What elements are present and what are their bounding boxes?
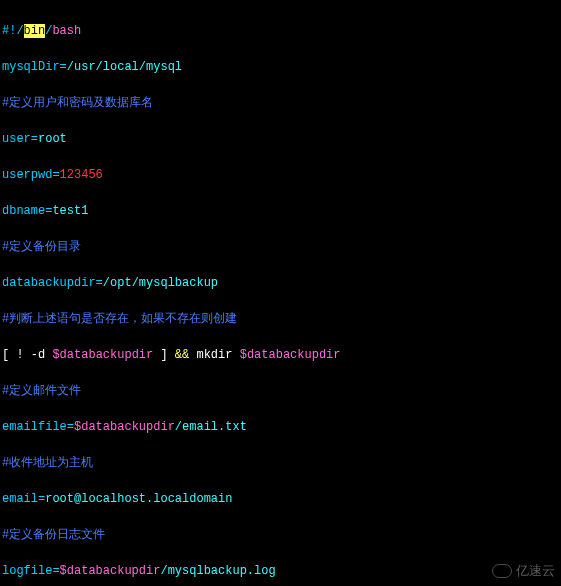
watermark: 亿速云 (492, 562, 555, 580)
var-value: 123456 (60, 168, 103, 182)
comment: #定义备份日志文件 (2, 528, 105, 542)
var-name: logfile= (2, 564, 60, 578)
comment: #收件地址为主机 (2, 456, 93, 470)
test-close: ] (153, 348, 175, 362)
var-value: root (38, 132, 67, 146)
code-line: email=root@localhost.localdomain (2, 490, 559, 508)
var-ref: $databackupdir (74, 420, 175, 434)
var-ref: $databackupdir (52, 348, 153, 362)
var-name: user= (2, 132, 38, 146)
code-line: #!/bin/bash (2, 22, 559, 40)
shebang-bash: bash (52, 24, 81, 38)
var-value: test1 (52, 204, 88, 218)
comment-line: #定义邮件文件 (2, 382, 559, 400)
comment-line: #定义备份目录 (2, 238, 559, 256)
code-line: databackupdir=/opt/mysqlbackup (2, 274, 559, 292)
comment-line: #判断上述语句是否存在，如果不存在则创建 (2, 310, 559, 328)
comment: #定义备份目录 (2, 240, 81, 254)
code-line: user=root (2, 130, 559, 148)
shebang-bin: bin (24, 24, 46, 38)
var-name: email= (2, 492, 45, 506)
command: mkdir (189, 348, 239, 362)
code-line: mysqlDir=/usr/local/mysql (2, 58, 559, 76)
comment: #定义用户和密码及数据库名 (2, 96, 153, 110)
watermark-text: 亿速云 (516, 562, 555, 580)
test-open: [ ! -d (2, 348, 52, 362)
terminal-output: #!/bin/bash mysqlDir=/usr/local/mysql #定… (0, 0, 561, 586)
shebang-hash: #!/ (2, 24, 24, 38)
code-line: dbname=test1 (2, 202, 559, 220)
path-part: /email.txt (175, 420, 247, 434)
code-line: [ ! -d $databackupdir ] && mkdir $databa… (2, 346, 559, 364)
code-line: logfile=$databackupdir/mysqlbackup.log (2, 562, 559, 580)
var-value: /usr/local/mysql (67, 60, 182, 74)
var-name: userpwd= (2, 168, 60, 182)
code-line: emailfile=$databackupdir/email.txt (2, 418, 559, 436)
comment-line: #定义备份日志文件 (2, 526, 559, 544)
comment-line: #收件地址为主机 (2, 454, 559, 472)
var-name: mysqlDir= (2, 60, 67, 74)
comment: #定义邮件文件 (2, 384, 81, 398)
code-line: userpwd=123456 (2, 166, 559, 184)
comment-line: #定义用户和密码及数据库名 (2, 94, 559, 112)
var-value: root@localhost.localdomain (45, 492, 232, 506)
var-ref: $databackupdir (240, 348, 341, 362)
var-name: databackupdir= (2, 276, 103, 290)
operator: && (175, 348, 189, 362)
var-name: emailfile= (2, 420, 74, 434)
var-name: dbname= (2, 204, 52, 218)
var-value: /opt/mysqlbackup (103, 276, 218, 290)
comment: #判断上述语句是否存在，如果不存在则创建 (2, 312, 237, 326)
cloud-icon (492, 564, 512, 578)
var-ref: $databackupdir (60, 564, 161, 578)
path-part: /mysqlbackup.log (160, 564, 275, 578)
